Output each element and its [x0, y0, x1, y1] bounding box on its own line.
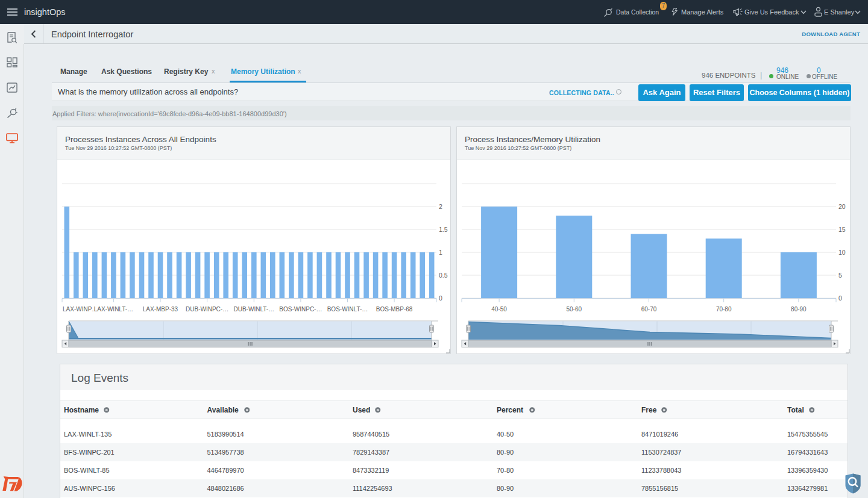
svg-text:LAX-WINLT-…: LAX-WINLT-…	[94, 306, 133, 313]
svg-text:40-50: 40-50	[491, 306, 507, 313]
svg-text:2: 2	[439, 203, 442, 210]
svg-text:50-60: 50-60	[567, 306, 582, 313]
svg-text:20: 20	[838, 203, 846, 210]
svg-text:0: 0	[838, 294, 842, 302]
svg-text:LAX-WINP…: LAX-WINP…	[63, 306, 98, 313]
svg-text:0.5: 0.5	[439, 272, 448, 279]
svg-text:DUB-WINLT-…: DUB-WINLT-…	[234, 306, 275, 313]
svg-text:BOS-WINPC-…: BOS-WINPC-…	[279, 306, 322, 313]
svg-text:1: 1	[439, 249, 442, 256]
svg-text:10: 10	[838, 249, 846, 256]
svg-text:0: 0	[439, 294, 442, 302]
svg-text:5: 5	[838, 272, 842, 279]
svg-text:BOS-WINLT-…: BOS-WINLT-…	[327, 306, 368, 313]
svg-text:1.5: 1.5	[439, 226, 448, 233]
svg-text:DUB-WINPC-…: DUB-WINPC-…	[186, 306, 228, 313]
svg-text:BOS-MBP-68: BOS-MBP-68	[376, 306, 413, 313]
svg-text:80-90: 80-90	[791, 306, 807, 313]
svg-text:60-70: 60-70	[641, 306, 657, 313]
svg-text:70-80: 70-80	[716, 306, 732, 313]
svg-text:15: 15	[838, 226, 846, 233]
svg-text:LAX-MBP-33: LAX-MBP-33	[143, 306, 178, 313]
